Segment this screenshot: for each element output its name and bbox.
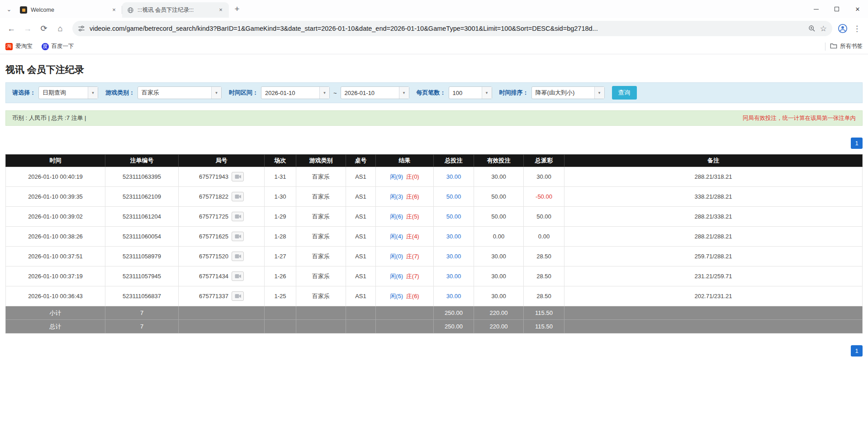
game-kind-select[interactable]: 百家乐 ▾ — [138, 86, 222, 99]
sort-select[interactable]: 降幂(由大到小) ▾ — [531, 86, 605, 99]
cell-total-bet: 30.00 — [434, 266, 474, 286]
per-page-label: 每页笔数： — [417, 89, 446, 97]
cell-result: 闲(0) 庄(7) — [376, 247, 434, 266]
total-bet-link[interactable]: 50.00 — [446, 213, 461, 220]
search-button[interactable]: 查询 — [612, 86, 637, 100]
date-start-input[interactable]: 2026-01-10 ▾ — [261, 86, 330, 99]
pagination-bottom: 1 — [5, 345, 863, 357]
total-bet-link[interactable]: 30.00 — [446, 173, 461, 180]
date-end-input[interactable]: 2026-01-10 ▾ — [341, 86, 409, 99]
close-tab-icon[interactable]: × — [110, 6, 118, 14]
tab-welcome[interactable]: Welcome × — [15, 2, 122, 18]
site-settings-icon[interactable] — [78, 25, 85, 32]
tab-betrecord[interactable]: :::视讯 会员下注纪录::: × — [122, 2, 229, 18]
cell-total-bet: 30.00 — [434, 247, 474, 266]
tab-search-chevron-icon[interactable]: ⌄ — [3, 3, 15, 15]
total-bet-link[interactable]: 50.00 — [446, 193, 461, 200]
minimize-button[interactable] — [806, 0, 826, 18]
table-header-row: 时间 注单编号 局号 场次 游戏类别 桌号 结果 总投注 有效投注 总派彩 备注 — [6, 155, 863, 167]
cell-time: 2026-01-10 00:40:19 — [6, 167, 105, 187]
replay-video-button[interactable] — [232, 291, 244, 301]
tab-title: Welcome — [31, 7, 107, 13]
profile-icon[interactable] — [838, 24, 848, 33]
close-window-button[interactable]: ✕ — [847, 0, 868, 18]
forward-button[interactable]: → — [21, 22, 34, 35]
bookmark-label: 百度一下 — [52, 43, 74, 50]
baidu-icon: 度 — [42, 43, 49, 50]
filter-bar: 请选择： 日期查询 ▾ 游戏类别： 百家乐 ▾ 时间区间： 2026-01-10… — [5, 82, 863, 103]
cell-round: 675771625 — [179, 227, 265, 247]
total-bet-link[interactable]: 30.00 — [446, 253, 461, 260]
new-tab-button[interactable]: + — [231, 3, 243, 15]
zoom-icon[interactable] — [808, 25, 816, 32]
cell-valid-bet: 50.00 — [474, 187, 524, 207]
cell-payout: 30.00 — [524, 167, 564, 187]
total-bet-link[interactable]: 30.00 — [446, 293, 461, 300]
cell-round: 675771725 — [179, 207, 265, 227]
table-row: 2026-01-10 00:38:26 523111060054 6757716… — [6, 227, 863, 247]
chevron-down-icon[interactable]: ▾ — [482, 87, 492, 99]
back-button[interactable]: ← — [5, 22, 18, 35]
chevron-down-icon[interactable]: ▾ — [594, 87, 604, 99]
replay-video-button[interactable] — [232, 271, 244, 281]
round-number: 675771434 — [199, 273, 228, 280]
bookmark-star-icon[interactable]: ☆ — [820, 24, 827, 33]
chevron-down-icon[interactable]: ▾ — [399, 87, 409, 99]
cell-session: 1-26 — [265, 266, 296, 286]
cell-total-bet: 30.00 — [434, 167, 474, 187]
cell-payout: -50.00 — [524, 187, 564, 207]
round-number: 675771943 — [199, 173, 228, 180]
result-banker: 庄(4) — [406, 233, 419, 240]
cell-note: 288.21/318.21 — [564, 167, 863, 187]
query-type-select[interactable]: 日期查询 ▾ — [38, 86, 98, 99]
cell-game-kind: 百家乐 — [296, 286, 346, 306]
result-banker: 庄(6) — [406, 193, 419, 200]
chevron-down-icon[interactable]: ▾ — [211, 87, 221, 99]
total-bet-link[interactable]: 30.00 — [446, 233, 461, 240]
round-number: 675771337 — [199, 293, 228, 300]
reload-button[interactable]: ⟳ — [37, 22, 51, 35]
close-tab-icon[interactable]: × — [217, 6, 224, 14]
cell-result: 闲(3) 庄(6) — [376, 187, 434, 207]
cell-table-no: AS1 — [346, 286, 376, 306]
replay-video-button[interactable] — [232, 232, 244, 241]
table-row: 2026-01-10 00:37:19 523111057945 6757714… — [6, 266, 863, 286]
cell-time: 2026-01-10 00:37:19 — [6, 266, 105, 286]
per-page-select[interactable]: 100 ▾ — [449, 86, 492, 99]
subtotal-count: 7 — [105, 306, 179, 320]
url-text[interactable]: videoie.com/game/betrecord_search/kind3?… — [90, 25, 804, 32]
total-bet-link[interactable]: 30.00 — [446, 273, 461, 280]
replay-video-button[interactable] — [232, 192, 244, 201]
bookmark-taobao[interactable]: 淘 爱淘宝 — [5, 43, 33, 50]
chevron-down-icon[interactable]: ▾ — [319, 87, 329, 99]
chevron-down-icon[interactable]: ▾ — [88, 87, 98, 99]
all-bookmarks-button[interactable]: 所有书签 — [830, 43, 863, 50]
replay-video-button[interactable] — [232, 212, 244, 221]
col-header-note: 备注 — [564, 155, 863, 167]
maximize-button[interactable] — [826, 0, 847, 18]
page-1-button[interactable]: 1 — [851, 345, 863, 357]
date-separator: ~ — [333, 90, 337, 96]
address-bar[interactable]: videoie.com/game/betrecord_search/kind3?… — [72, 21, 832, 36]
cell-game-kind: 百家乐 — [296, 247, 346, 266]
replay-video-button[interactable] — [232, 252, 244, 261]
col-header-session: 场次 — [265, 155, 296, 167]
cell-total-bet: 50.00 — [434, 207, 474, 227]
result-banker: 庄(7) — [406, 253, 419, 260]
result-player: 闲(3) — [390, 193, 403, 200]
result-player: 闲(9) — [390, 173, 403, 180]
cell-note: 259.71/288.21 — [564, 247, 863, 266]
bookmark-baidu[interactable]: 度 百度一下 — [42, 43, 74, 50]
result-player: 闲(6) — [390, 273, 403, 280]
menu-kebab-icon[interactable]: ⋮ — [850, 24, 863, 33]
subtotal-row: 小计 7 250.00 220.00 115.50 — [6, 306, 863, 320]
table-row: 2026-01-10 00:36:43 523111056837 6757713… — [6, 286, 863, 306]
cell-total-bet: 30.00 — [434, 286, 474, 306]
cell-game-kind: 百家乐 — [296, 266, 346, 286]
cell-session: 1-29 — [265, 207, 296, 227]
page-1-button[interactable]: 1 — [851, 138, 863, 149]
cell-total-bet: 50.00 — [434, 187, 474, 207]
replay-video-button[interactable] — [232, 172, 244, 181]
cell-valid-bet: 30.00 — [474, 266, 524, 286]
home-button[interactable]: ⌂ — [53, 22, 67, 35]
